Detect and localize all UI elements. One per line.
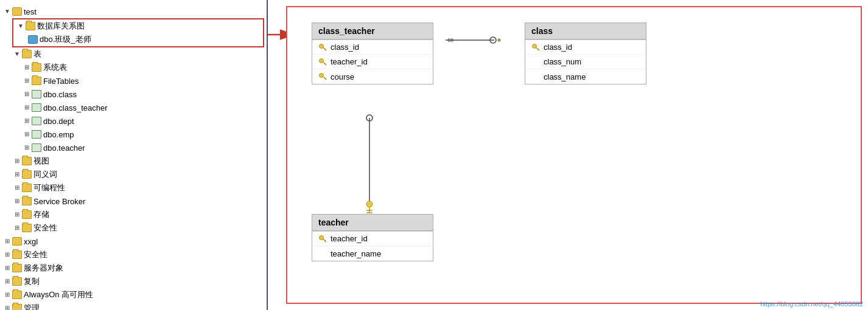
folder-sb-icon	[22, 197, 32, 205]
folder-tables-icon	[22, 50, 32, 58]
table-icon-dept	[32, 117, 41, 125]
tree-item-db-diagram[interactable]: ▼ 数据库关系图	[13, 19, 263, 33]
key-icon	[318, 43, 327, 52]
tree-label-xxgl: xxgl	[24, 237, 38, 246]
expand-tables: ▼	[12, 49, 22, 59]
entity-row: teacher_name	[312, 246, 433, 261]
expand-mgmt: ⊞	[2, 303, 12, 310]
entity-class-teacher-title: class_teacher	[318, 26, 375, 36]
folder-server-obj-icon	[12, 264, 22, 272]
tree-item-management[interactable]: ⊞ 管理	[0, 301, 267, 310]
tree-item-service-broker[interactable]: ⊞ Service Broker	[0, 195, 267, 208]
tree-label-sec-root: 安全性	[24, 249, 47, 260]
tree-label-sec-sub: 安全性	[33, 222, 57, 233]
field-name: class_name	[544, 72, 586, 81]
entity-row: teacher_id	[312, 232, 433, 246]
diagram-panel: ∞ class_teacher	[268, 0, 868, 310]
expand-prog: ⊞	[12, 183, 22, 193]
entity-class-body: class_id class_num class_name	[525, 40, 646, 84]
expand-teacher: ⊞	[22, 143, 32, 153]
tree-item-xxgl[interactable]: ⊞ xxgl	[0, 235, 267, 248]
entity-row: class_name	[525, 69, 646, 84]
tree-item-alwayson[interactable]: ⊞ AlwaysOn 高可用性	[0, 288, 267, 301]
tree-item-replication[interactable]: ⊞ 复制	[0, 275, 267, 288]
folder-sec-root-icon	[12, 250, 22, 259]
field-name: class_id	[331, 43, 359, 52]
expand-icon: ▼	[2, 7, 12, 16]
key-icon	[318, 235, 327, 243]
tree-item-dbo-class-teacher[interactable]: ⊞ dbo.class_teacher	[0, 101, 267, 114]
tree-item-storage[interactable]: ⊞ 存储	[0, 208, 267, 221]
tree-item-server-objects[interactable]: ⊞ 服务器对象	[0, 261, 267, 275]
expand-rep: ⊞	[2, 277, 12, 286]
table-icon-ct	[32, 103, 41, 112]
expand-dbo-ct: ⊞	[22, 103, 32, 112]
diagram-area: ∞ class_teacher	[286, 6, 862, 304]
tree-item-views[interactable]: ⊞ 视图	[0, 154, 267, 168]
key-icon	[318, 58, 327, 66]
diagram-icon	[28, 35, 38, 44]
db-icon-xxgl	[12, 237, 22, 246]
tree-label-db-diagram: 数据库关系图	[37, 21, 85, 32]
tree-label-mgmt: 管理	[24, 303, 40, 310]
tree-label-alwayson: AlwaysOn 高可用性	[24, 289, 93, 300]
entity-row: class_id	[525, 40, 646, 55]
tree-item-dbo-dept[interactable]: ⊞ dbo.dept	[0, 114, 267, 128]
folder-rep-icon	[12, 277, 22, 286]
folder-sys-icon	[32, 63, 41, 72]
tree-label-rep: 复制	[24, 276, 40, 287]
expand-sec-sub: ⊞	[12, 223, 22, 233]
entity-class-teacher-body: class_id teacher_id course	[312, 40, 433, 84]
field-name: class_num	[544, 57, 581, 66]
tree-label-emp: dbo.emp	[43, 130, 74, 139]
expand-storage: ⊞	[12, 210, 22, 219]
folder-storage-icon	[22, 210, 32, 219]
entity-row: class_num	[525, 55, 646, 69]
expand-server-obj: ⊞	[2, 263, 12, 273]
entity-class-teacher-header: class_teacher	[312, 23, 433, 40]
field-name: teacher_id	[331, 57, 368, 66]
tree-item-tables[interactable]: ▼ 表	[0, 47, 267, 61]
tree-label-syn: 同义词	[33, 169, 57, 180]
tree-label-dept: dbo.dept	[43, 117, 74, 126]
svg-point-6	[366, 115, 373, 121]
tree-item-synonyms[interactable]: ⊞ 同义词	[0, 168, 267, 181]
expand-emp: ⊞	[22, 129, 32, 139]
tree-item-sys-tables[interactable]: ⊞ 系统表	[0, 61, 267, 74]
entity-row: teacher_id	[312, 55, 433, 69]
expand-dbo-class: ⊞	[22, 89, 32, 99]
entity-class-teacher: class_teacher class_id teacher_id	[312, 22, 433, 84]
entity-class-title: class	[531, 26, 553, 36]
tree-root-test[interactable]: ▼ test	[0, 5, 267, 18]
tree-label-storage: 存储	[33, 209, 49, 220]
folder-sec-sub-icon	[22, 224, 32, 232]
tree-item-dbo-class[interactable]: ⊞ dbo.class	[0, 88, 267, 101]
entity-teacher-title: teacher	[318, 218, 349, 227]
tree-label-sb: Service Broker	[33, 197, 85, 206]
folder-syn-icon	[22, 170, 32, 179]
expand-sec-root: ⊞	[2, 250, 12, 260]
expand-xxgl: ⊞	[2, 236, 12, 246]
tree-item-dbo-teacher[interactable]: ⊞ dbo.teacher	[0, 141, 267, 154]
tree-item-dbo-diagram[interactable]: dbo.班级_老师	[13, 33, 263, 46]
tree-label-sys: 系统表	[43, 62, 67, 73]
tree-item-security-sub[interactable]: ⊞ 安全性	[0, 221, 267, 235]
key-icon	[531, 43, 540, 52]
expand-dept: ⊞	[22, 116, 32, 126]
folder-views-icon	[22, 157, 32, 165]
tree-panel: ▼ test ▼ 数据库关系图 dbo.班级_老师 ▼ 表 ⊞ 系统表 ⊞ Fi…	[0, 0, 268, 310]
tree-label-dbo-ct: dbo.class_teacher	[43, 103, 108, 112]
tree-label-dbo-diagram: dbo.班级_老师	[40, 34, 91, 45]
tree-item-filetables[interactable]: ⊞ FileTables	[0, 74, 267, 88]
svg-point-4	[490, 37, 496, 43]
field-name: teacher_id	[331, 234, 368, 243]
expand-icon-2: ▼	[16, 21, 26, 31]
tree-item-dbo-emp[interactable]: ⊞ dbo.emp	[0, 128, 267, 141]
entity-row: course	[312, 69, 433, 84]
tree-item-prog[interactable]: ⊞ 可编程性	[0, 181, 267, 195]
field-name: class_id	[544, 43, 572, 52]
tree-item-security-root[interactable]: ⊞ 安全性	[0, 248, 267, 261]
table-icon-teacher	[32, 143, 41, 152]
table-icon-class	[32, 90, 41, 98]
db-icon	[12, 7, 22, 16]
